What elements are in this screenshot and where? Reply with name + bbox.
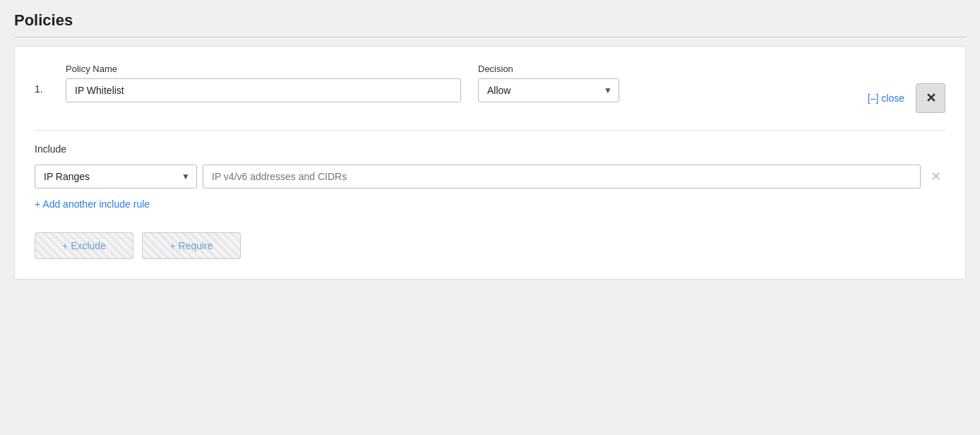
include-rule-row: IP Ranges Country ASN ▼ ✕ [35, 165, 945, 189]
collapse-link[interactable]: [–] close [868, 93, 904, 104]
rule-type-select-wrapper: IP Ranges Country ASN ▼ [35, 165, 197, 189]
header-actions: [–] close ✕ [868, 83, 945, 113]
decision-field-group: Decision Allow Deny ▼ [478, 64, 619, 102]
rule-value-input[interactable] [203, 165, 921, 189]
policy-name-input[interactable] [66, 78, 461, 102]
require-button[interactable]: + Require [142, 232, 241, 259]
section-buttons-row: + Exclude + Require [35, 232, 945, 259]
decision-select-wrapper: Allow Deny ▼ [478, 78, 619, 102]
policy-header-row: 1. Policy Name Decision Allow Deny ▼ [–]… [35, 64, 945, 113]
include-section-label: Include [35, 143, 945, 155]
page-wrapper: Policies 1. Policy Name Decision Allow D… [0, 0, 980, 435]
policy-name-label: Policy Name [66, 64, 461, 74]
rule-type-select[interactable]: IP Ranges Country ASN [35, 165, 197, 189]
policy-name-field-group: Policy Name [66, 64, 461, 102]
close-button[interactable]: ✕ [916, 83, 945, 113]
rule-remove-button[interactable]: ✕ [926, 167, 945, 186]
include-section: Include IP Ranges Country ASN ▼ ✕ + Add … [35, 143, 945, 259]
decision-label: Decision [478, 64, 619, 74]
section-divider [35, 130, 945, 131]
policy-number: 1. [35, 83, 49, 95]
decision-select[interactable]: Allow Deny [478, 78, 619, 102]
exclude-button[interactable]: + Exclude [35, 232, 133, 259]
page-title: Policies [14, 11, 966, 37]
policy-card: 1. Policy Name Decision Allow Deny ▼ [–]… [14, 46, 966, 280]
add-include-rule-link[interactable]: + Add another include rule [35, 198, 150, 210]
